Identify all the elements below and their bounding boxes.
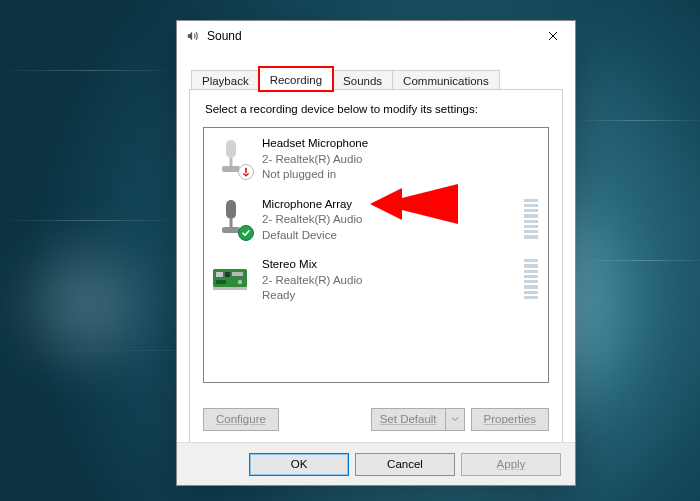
- device-status: Not plugged in: [262, 167, 514, 183]
- svg-rect-0: [226, 140, 236, 158]
- close-button[interactable]: [531, 21, 575, 51]
- mic-icon: [210, 197, 252, 239]
- level-meter: [524, 259, 538, 299]
- apply-button[interactable]: Apply: [461, 453, 561, 476]
- tab-strip: Playback Recording Sounds Communications: [191, 67, 499, 91]
- window-title: Sound: [207, 29, 242, 43]
- titlebar: Sound: [177, 21, 575, 51]
- svg-rect-12: [216, 280, 226, 284]
- device-name: Stereo Mix: [262, 257, 514, 273]
- set-default-button[interactable]: Set Default: [371, 408, 445, 431]
- svg-rect-10: [232, 272, 243, 276]
- panel-button-row: Configure Set Default Properties: [203, 407, 549, 431]
- device-name: Headset Microphone: [262, 136, 514, 152]
- headset-mic-icon: [210, 136, 252, 178]
- list-item[interactable]: Headset Microphone 2- Realtek(R) Audio N…: [204, 128, 548, 189]
- set-default-dropdown[interactable]: [445, 408, 465, 431]
- ok-button[interactable]: OK: [249, 453, 349, 476]
- chevron-down-icon: [451, 413, 459, 425]
- svg-rect-4: [226, 200, 236, 219]
- device-driver: 2- Realtek(R) Audio: [262, 212, 514, 228]
- tab-recording[interactable]: Recording: [259, 67, 333, 91]
- device-status: Default Device: [262, 228, 514, 244]
- device-status: Ready: [262, 288, 514, 304]
- level-meter: [524, 199, 538, 239]
- instruction-text: Select a recording device below to modif…: [205, 103, 478, 115]
- device-driver: 2- Realtek(R) Audio: [262, 152, 514, 168]
- cancel-button[interactable]: Cancel: [355, 453, 455, 476]
- svg-rect-9: [225, 272, 230, 277]
- unplugged-badge-icon: [238, 164, 254, 180]
- properties-button[interactable]: Properties: [471, 408, 549, 431]
- svg-rect-5: [230, 219, 233, 227]
- sound-dialog: Sound Playback Recording Sounds Communic…: [176, 20, 576, 486]
- device-name: Microphone Array: [262, 197, 514, 213]
- device-text: Stereo Mix 2- Realtek(R) Audio Ready: [262, 257, 514, 304]
- device-driver: 2- Realtek(R) Audio: [262, 273, 514, 289]
- svg-rect-7: [213, 269, 247, 287]
- list-item[interactable]: Microphone Array 2- Realtek(R) Audio Def…: [204, 189, 548, 250]
- svg-rect-1: [230, 158, 233, 166]
- device-text: Microphone Array 2- Realtek(R) Audio Def…: [262, 197, 514, 244]
- speaker-icon: [185, 28, 201, 44]
- svg-point-11: [238, 280, 242, 284]
- configure-button[interactable]: Configure: [203, 408, 279, 431]
- list-item[interactable]: Stereo Mix 2- Realtek(R) Audio Ready: [204, 249, 548, 310]
- dialog-footer: OK Cancel Apply: [177, 442, 575, 485]
- svg-rect-8: [216, 272, 223, 277]
- svg-rect-13: [213, 287, 247, 290]
- soundcard-icon: [210, 257, 252, 299]
- device-text: Headset Microphone 2- Realtek(R) Audio N…: [262, 136, 514, 183]
- default-badge-icon: [238, 225, 254, 241]
- device-list[interactable]: Headset Microphone 2- Realtek(R) Audio N…: [203, 127, 549, 383]
